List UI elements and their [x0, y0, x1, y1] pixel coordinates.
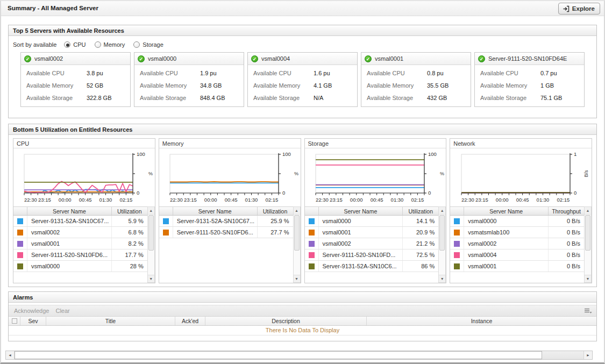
- series-swatch-icon: [17, 218, 23, 224]
- alarms-section: Alarms Acknowledge Clear Sev Title Ack'e…: [8, 291, 597, 341]
- series-swatch-icon: [163, 230, 169, 235]
- scrollbar-track[interactable]: [294, 251, 300, 275]
- scrollbar-thumb[interactable]: [294, 215, 300, 251]
- row-server-name: vsmal0001: [27, 238, 112, 249]
- row-value: 25.9 %: [258, 218, 293, 224]
- alarms-section-title: Alarms: [9, 292, 596, 303]
- radio-memory-icon[interactable]: [95, 41, 101, 48]
- scrollbar-track[interactable]: [439, 251, 445, 275]
- scroll-down-icon[interactable]: ▼: [148, 275, 154, 282]
- row-value: 27.7 %: [258, 229, 293, 235]
- table-row[interactable]: vsmal000028 %: [13, 261, 147, 272]
- radio-cpu-icon[interactable]: [64, 41, 70, 48]
- server-name-column-header[interactable]: Server Name: [464, 207, 549, 215]
- row-server-name: Server-9131-52A-SN10C67...: [173, 216, 258, 226]
- scroll-up-icon[interactable]: ▲: [148, 207, 154, 215]
- sort-option-storage[interactable]: Storage: [133, 41, 163, 48]
- sort-option-cpu[interactable]: CPU: [64, 41, 86, 48]
- server-card-5[interactable]: ✓ Server-9111-520-SN10FD64E Available CP…: [474, 52, 585, 107]
- radio-storage-icon[interactable]: [133, 41, 140, 48]
- swatch-column-header: [159, 207, 173, 215]
- series-swatch-icon: [309, 252, 315, 258]
- table-row[interactable]: vsmal00000 B/s: [450, 216, 584, 227]
- table-row[interactable]: vsmal00018.2 %: [13, 238, 147, 249]
- clear-button[interactable]: Clear: [55, 308, 69, 314]
- hscrollbar-thumb[interactable]: [15, 351, 542, 359]
- col-title[interactable]: Title: [46, 317, 175, 325]
- row-server-name: vsmal0000: [464, 216, 549, 226]
- scrollbar-track[interactable]: [585, 251, 591, 275]
- table-row[interactable]: vsmal00010 B/s: [450, 261, 584, 272]
- col-description[interactable]: Description: [205, 317, 367, 325]
- table-row[interactable]: Server-9111-520-SN10FD6...27.7 %: [159, 227, 293, 238]
- col-severity[interactable]: Sev: [20, 317, 46, 325]
- hscrollbar-track[interactable]: [542, 351, 583, 359]
- scroll-right-icon[interactable]: ►: [583, 351, 592, 359]
- table-row[interactable]: Server-9131-52A-SN10C67...25.9 %: [159, 216, 293, 227]
- server-name-column-header[interactable]: Server Name: [319, 207, 403, 215]
- status-ok-icon: ✓: [24, 55, 31, 62]
- scrollbar-track[interactable]: [148, 251, 154, 275]
- vertical-scrollbar[interactable]: ▲ ▼: [147, 206, 155, 283]
- field-label: Available Memory: [26, 82, 87, 95]
- col-instance[interactable]: Instance: [367, 317, 596, 325]
- vertical-scrollbar[interactable]: ▲ ▼: [293, 206, 301, 283]
- scroll-up-icon[interactable]: ▲: [294, 207, 300, 215]
- panel-cpu: CPU 1000%22:3023:1500:0000:4501:3002:15 …: [13, 138, 155, 283]
- utilization-column-header[interactable]: Utilization: [112, 207, 147, 215]
- table-row[interactable]: vsmatsmlab1000 B/s: [450, 227, 584, 238]
- table-row[interactable]: vsmal000120.9 %: [305, 227, 439, 238]
- table-row[interactable]: Server-9111-520-SN10FD6...17.7 %: [13, 249, 147, 261]
- field-value: 432 GB: [427, 95, 447, 107]
- scroll-left-icon[interactable]: ◄: [6, 351, 15, 359]
- server-card-2[interactable]: ✓ vsmal0000 Available CPU1.9 pu Availabl…: [134, 52, 244, 107]
- network-throughput-chart[interactable]: 10B/s22:3023:1500:0000:4501:3002:15: [451, 150, 592, 206]
- radio-cpu-label: CPU: [73, 41, 86, 48]
- horizontal-scrollbar[interactable]: ◄ ►: [5, 351, 593, 360]
- scrollbar-thumb[interactable]: [148, 215, 154, 251]
- server-card-3[interactable]: ✓ vsmal0004 Available CPU1.6 pu Availabl…: [247, 52, 358, 107]
- scroll-down-icon[interactable]: ▼: [439, 275, 445, 282]
- throughput-column-header[interactable]: Throughput: [549, 207, 584, 215]
- field-value: 1.9 pu: [200, 70, 217, 82]
- scroll-up-icon[interactable]: ▲: [439, 207, 445, 215]
- field-label: Available CPU: [253, 70, 314, 82]
- series-swatch-icon: [454, 230, 460, 235]
- table-row[interactable]: Server-9131-52A-SN10C6...86 %: [305, 261, 439, 272]
- sort-option-memory[interactable]: Memory: [95, 41, 125, 48]
- server-card-1[interactable]: ✓ vsmal0002 Available CPU3.8 pu Availabl…: [20, 52, 131, 107]
- table-row[interactable]: Server-9111-520-SN10FD...72.5 %: [305, 249, 439, 261]
- select-all-checkbox[interactable]: [12, 318, 17, 324]
- col-acked[interactable]: Ack'ed: [175, 317, 205, 325]
- explore-button[interactable]: Explore: [558, 3, 600, 15]
- sort-row: Sort by available CPU Memory Storage: [9, 36, 596, 50]
- row-value: 72.5 %: [403, 252, 438, 258]
- table-row[interactable]: vsmal00020 B/s: [450, 238, 584, 249]
- server-card-4[interactable]: ✓ vsmal0001 Available CPU0.8 pu Availabl…: [361, 52, 471, 107]
- table-row[interactable]: vsmal000221.2 %: [305, 238, 439, 249]
- vertical-scrollbar[interactable]: ▲ ▼: [438, 206, 446, 283]
- server-name-column-header[interactable]: Server Name: [27, 207, 112, 215]
- scroll-up-icon[interactable]: ▲: [585, 207, 591, 215]
- field-value: 35.5 GB: [427, 82, 449, 95]
- scrollbar-thumb[interactable]: [439, 215, 445, 251]
- storage-utilization-chart[interactable]: 1000%22:3023:1500:0000:4501:3002:15: [305, 150, 446, 206]
- panel-network: Network 10B/s22:3023:1500:0000:4501:3002…: [450, 138, 592, 283]
- scroll-down-icon[interactable]: ▼: [294, 275, 300, 282]
- row-value: 0 B/s: [549, 263, 584, 269]
- table-row[interactable]: vsmal000014.1 %: [305, 216, 439, 227]
- utilization-column-header[interactable]: Utilization: [258, 207, 293, 215]
- scroll-down-icon[interactable]: ▼: [585, 275, 591, 282]
- table-customizer-icon[interactable]: [584, 308, 592, 316]
- table-row[interactable]: Server-9131-52A-SN10C67...5.9 %: [13, 216, 147, 227]
- server-name-column-header[interactable]: Server Name: [173, 207, 258, 215]
- table-row[interactable]: vsmal00040 B/s: [450, 249, 584, 261]
- table-row[interactable]: vsmal00026.8 %: [13, 227, 147, 238]
- scrollbar-thumb[interactable]: [585, 215, 590, 251]
- cpu-utilization-chart[interactable]: 1000%22:3023:1500:0000:4501:3002:15: [13, 150, 154, 206]
- vertical-scrollbar[interactable]: ▲ ▼: [584, 206, 592, 283]
- memory-utilization-chart[interactable]: 1000%22:3023:1500:0000:4501:3002:15: [159, 150, 300, 206]
- utilization-column-header[interactable]: Utilization: [403, 207, 438, 215]
- field-label: Available CPU: [367, 70, 427, 82]
- acknowledge-button[interactable]: Acknowledge: [14, 308, 49, 314]
